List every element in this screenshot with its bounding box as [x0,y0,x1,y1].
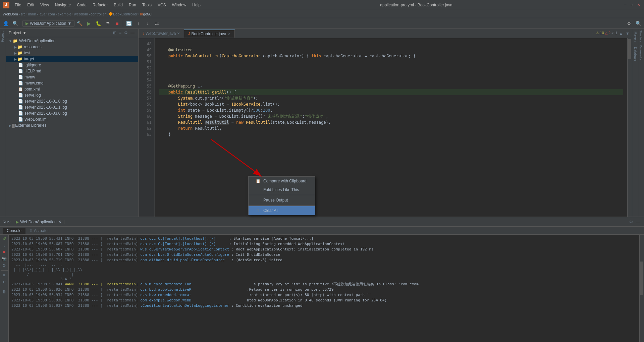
run-config-display[interactable]: ▶ WebDomApplication ✕ [13,220,64,224]
tree-extlibs[interactable]: ▶ ||| External Libraries [6,122,138,128]
console-scroll-down-btn[interactable]: ↓ [2,243,6,248]
info-count: ✓ 1 [611,31,617,36]
breadcrumb-src[interactable]: src [20,12,25,16]
menu-build[interactable]: Build [111,2,125,8]
toolbar-debug-btn[interactable]: 🐛 [94,19,103,28]
tab-bookcontroller[interactable]: J BookController.java ✕ [184,30,234,38]
console-clear-btn[interactable]: 🗑 [1,289,7,294]
editor-scrollbar[interactable] [627,38,632,217]
toolbar-stop-btn[interactable]: ■ [113,19,121,28]
tree-test[interactable]: ▶ 📁 test [6,50,138,56]
tab-bookcontroller-close[interactable]: ✕ [228,32,230,36]
console-camera-btn[interactable]: 📷 [1,256,8,262]
close-button[interactable]: ✕ [636,2,641,8]
console-softrap-btn[interactable]: ↵ [2,279,7,285]
menu-code[interactable]: Code [74,2,89,8]
ctx-compare-clipboard[interactable]: 📋 Compare with Clipboard [249,177,315,185]
console-scroll-thumb[interactable] [640,262,643,295]
toolbar-profile-btn[interactable]: 👤 [1,19,10,28]
console-restart-btn[interactable]: ↺ [2,236,7,241]
bottom-close-btn[interactable]: — [635,219,641,225]
ctx-pause-output[interactable]: Pause Output [249,196,315,205]
tree-mvnwcmd[interactable]: 📄 mvnw.cmd [6,80,138,86]
toolbar-run-btn[interactable]: ▶ [85,19,93,28]
menu-help[interactable]: Help [190,2,203,8]
toolbar-search-btn[interactable]: 🔍 [11,19,19,28]
console-filter-btn[interactable]: ≡ [2,273,6,278]
menu-tools[interactable]: Tools [140,2,154,8]
project-panel-actions: ⊞ ≡ ⚙ — [112,30,136,36]
toolbar-git-pull-btn[interactable]: ↓ [143,19,152,28]
tree-mvnw-label: mvnw [24,75,35,79]
menu-view[interactable]: View [38,2,52,8]
run-tab-actuator[interactable]: ⚙ Actuator [25,228,53,234]
tab-more-btn[interactable]: ⋮ [589,31,595,36]
ctx-fold-lines[interactable]: Fold Lines Like This [249,185,315,194]
tree-helpmd[interactable]: 📄 HELP.md [6,68,138,74]
console-settings-btn[interactable]: ⚙ [1,263,7,268]
toolbar-settings-btn[interactable]: ⚙ [625,19,633,28]
menu-file[interactable]: File [12,2,24,8]
tree-webdomiml[interactable]: 📄 WebDom.iml [6,116,138,122]
maximize-button[interactable]: □ [629,2,635,8]
tree-extlibs-label: External Libraries [15,123,46,128]
tree-servelog[interactable]: 📄 serve.log [6,92,138,98]
ctx-clear-all[interactable]: 🗑 Clear All [249,206,315,215]
menu-navigate[interactable]: Navigate [52,2,73,8]
menu-refactor[interactable]: Refactor [90,2,110,8]
bookmarks-label[interactable]: Bookmarks [638,44,643,62]
breadcrumb-java[interactable]: java [39,12,45,16]
code-editor[interactable]: @Autowired public BookController(Captcha… [155,38,627,217]
breadcrumb-getall[interactable]: getAll [143,12,153,16]
run-config-selector[interactable]: ▶ WebDomApplication ▼ [22,20,74,27]
console-scrollbar[interactable] [639,235,644,342]
toolbar-build-btn[interactable]: 🔨 [75,19,84,28]
menu-vcs[interactable]: VCS [155,2,169,8]
minimize-button[interactable]: ─ [623,2,628,8]
tree-log1[interactable]: 📄 server.2023-10-01.0.log [6,98,138,104]
breadcrumb-bookcontroller-label[interactable]: BookController [113,12,138,16]
tree-pomxml[interactable]: 📋 pom.xml [6,86,138,92]
toolbar-vcs-btn[interactable]: ⇄ [153,19,161,28]
tab-webcrawler[interactable]: J WebCrawler.java ✕ [139,30,184,37]
run-close-icon[interactable]: ✕ [58,220,61,224]
breadcrumb-controller[interactable]: controller [91,12,106,16]
project-expand-btn[interactable]: ⊞ [112,30,117,36]
breadcrumb-webdom[interactable]: webdom [74,12,88,16]
tree-gitignore[interactable]: 📄 .gitignore [6,62,138,68]
project-title-arrow[interactable]: ▼ [22,31,26,35]
menu-edit[interactable]: Edit [24,2,37,8]
tree-root[interactable]: ▼ 📁 WebDomApplication [6,38,138,44]
breadcrumb-main[interactable]: main [28,12,36,16]
tab-webcrawler-close[interactable]: ✕ [177,32,180,35]
maven-label[interactable]: Maven [632,29,638,44]
tree-resources[interactable]: ▶ 📁 resources [6,44,138,50]
bottom-settings-btn[interactable]: ⚙ [628,219,634,225]
gutter-project-label[interactable]: Project [0,29,6,45]
tree-mvnw[interactable]: 📄 mvnw [6,74,138,80]
run-tab-console[interactable]: Console [3,228,25,234]
toolbar-sync-btn[interactable]: 🔄 [124,19,133,28]
menu-run[interactable]: Run [126,2,139,8]
toolbar-git-btn[interactable]: ↑ [134,19,143,28]
structure-label[interactable]: Structure [638,29,643,44]
console-stop-btn[interactable]: ■ [2,249,6,255]
project-collapse-btn[interactable]: ≡ [118,30,122,36]
breadcrumb-webdom[interactable]: WebDom [3,12,18,16]
breadcrumb-bookcontroller[interactable]: 🔶 [108,12,113,16]
scrollbar-thumb[interactable] [628,39,631,59]
tree-log2[interactable]: 📄 server.2023-10-01.1.log [6,104,138,110]
toolbar-search2-btn[interactable]: 🔍 [634,19,643,28]
console-area: ↺ ↓ ■ 📷 ⚙ ≡ ↵ 🗑 2023-10-03 19:08:58.431 … [0,235,644,342]
tab-scroll-up[interactable]: ▲ [618,31,624,36]
tree-log3[interactable]: 📄 server.2023-10-03.0.log [6,110,138,116]
tree-target[interactable]: ▶ 📁 target [6,56,138,62]
project-minimize-btn[interactable]: — [129,30,136,36]
breadcrumb-com[interactable]: com [48,12,55,16]
menu-window[interactable]: Window [169,2,189,8]
toolbar-coverage-btn[interactable]: ☂ [103,19,112,28]
breadcrumb-example[interactable]: example [58,12,72,16]
project-settings-btn[interactable]: ⚙ [123,30,129,36]
tab-scroll-down[interactable]: ▼ [625,31,631,36]
database-label[interactable]: Database [632,44,638,64]
